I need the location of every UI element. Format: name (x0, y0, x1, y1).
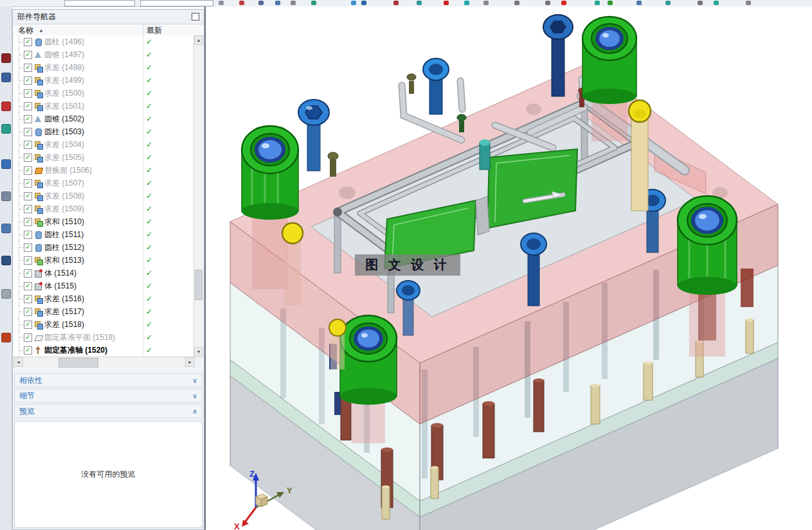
scroll-up-icon[interactable]: ▲ (194, 35, 203, 45)
toolbar-icon[interactable] (258, 1, 264, 5)
panel-title-bar[interactable]: 部件导航器 (13, 10, 204, 24)
resource-bar-icon[interactable] (1, 191, 11, 201)
tree-row[interactable]: ✓ 求差 (1499) ✓ (14, 74, 194, 87)
vertical-scrollbar[interactable]: ▲ ▼ (194, 35, 203, 357)
tree-row[interactable]: ✓ 圆锥 (1497) ✓ (14, 48, 194, 61)
feature-checkbox[interactable]: ✓ (24, 346, 32, 355)
sort-ascending-icon[interactable]: ▲ (39, 28, 44, 33)
resource-bar-icon[interactable] (1, 224, 11, 233)
tree-row[interactable]: ✓ 圆柱 (1511) ✓ (14, 228, 194, 241)
toolbar-icon[interactable] (311, 1, 316, 5)
chevron-down-icon[interactable]: ∨ (192, 376, 197, 385)
toolbar-icon[interactable] (393, 1, 399, 5)
tree-row[interactable]: ✓ 体 (1515) ✓ (14, 279, 194, 292)
toolbar-icon[interactable] (464, 1, 469, 5)
tree-row[interactable]: ✓ 求和 (1513) ✓ (14, 254, 194, 267)
tree-row[interactable]: ✓ 求和 (1510) ✓ (14, 215, 194, 228)
feature-checkbox[interactable]: ✓ (24, 282, 32, 290)
feature-checkbox[interactable]: ✓ (24, 333, 32, 342)
tree-row[interactable]: ✓ 替换面 (1506) ✓ (14, 164, 194, 177)
tree-row[interactable]: ✓ 求差 (1518) ✓ (14, 318, 194, 331)
tree-row[interactable]: ✓ 圆柱 (1503) ✓ (14, 125, 194, 138)
tree-row[interactable]: ✓ 求差 (1500) ✓ (14, 87, 194, 100)
horizontal-scrollbar[interactable]: ◄ ► (14, 357, 195, 367)
feature-checkbox[interactable]: ✓ (24, 192, 32, 200)
resource-bar-icon[interactable] (1, 256, 11, 265)
feature-checkbox[interactable]: ✓ (24, 64, 32, 72)
tree-row[interactable]: ✓ 求差 (1517) ✓ (14, 305, 194, 318)
feature-checkbox[interactable]: ✓ (24, 128, 32, 136)
tree-row[interactable]: ✓ 求差 (1507) ✓ (14, 177, 194, 190)
resource-bar-icon[interactable] (1, 102, 11, 111)
scroll-right-icon[interactable]: ► (185, 357, 195, 367)
tree-row[interactable]: ✓ 体 (1514) ✓ (14, 267, 194, 279)
column-status[interactable]: 最新 (147, 25, 162, 36)
feature-checkbox[interactable]: ✓ (24, 166, 32, 175)
feature-checkbox[interactable]: ✓ (24, 179, 32, 188)
section-preview[interactable]: 预览 ∧ (14, 404, 203, 418)
toolbar-icon[interactable] (561, 1, 566, 5)
scrollbar-thumb[interactable] (195, 270, 203, 300)
toolbar-icon[interactable] (219, 1, 224, 5)
feature-checkbox[interactable]: ✓ (24, 51, 32, 59)
scrollbar-thumb[interactable] (59, 358, 98, 367)
toolbar-icon[interactable] (608, 1, 613, 5)
tree-row[interactable]: ✓ 求差 (1504) ✓ (14, 138, 194, 151)
feature-checkbox[interactable]: ✓ (24, 115, 32, 123)
toolbar-icon[interactable] (665, 1, 671, 5)
toolbar-icon[interactable] (417, 1, 422, 5)
toolbar-dropdown[interactable] (140, 0, 213, 6)
tree-row[interactable]: ✓ 求差 (1498) ✓ (14, 61, 194, 74)
undock-icon[interactable] (192, 13, 199, 21)
feature-checkbox[interactable]: ✓ (24, 243, 32, 252)
toolbar-icon[interactable] (483, 1, 489, 5)
tree-row[interactable]: ✓ 固定基准平面 (1519) ✓ (14, 331, 194, 344)
tree-row[interactable]: ✓ 圆柱 (1512) ✓ (14, 241, 194, 254)
toolbar-dropdown[interactable] (64, 0, 135, 6)
graphics-viewport[interactable]: Z Y X 图 文 设 计 (204, 6, 812, 530)
feature-checkbox[interactable]: ✓ (24, 38, 32, 46)
toolbar-icon[interactable] (714, 1, 719, 5)
resource-bar-icon[interactable] (1, 333, 11, 342)
resource-bar-icon[interactable] (1, 289, 11, 299)
tree-row[interactable]: ✓ 圆锥 (1502) ✓ (14, 112, 194, 125)
feature-checkbox[interactable]: ✓ (24, 205, 32, 213)
tree-row[interactable]: ✓ 求差 (1505) ✓ (14, 151, 194, 164)
feature-checkbox[interactable]: ✓ (24, 218, 32, 226)
scroll-down-icon[interactable]: ▼ (194, 347, 203, 357)
tree-row[interactable]: ✓ 求差 (1508) ✓ (14, 190, 194, 202)
toolbar-icon[interactable] (361, 1, 366, 5)
chevron-down-icon[interactable]: ∨ (192, 392, 197, 400)
tree-row[interactable]: ✓ 圆柱 (1496) ✓ (14, 35, 194, 48)
toolbar-icon[interactable] (746, 1, 751, 5)
toolbar-icon[interactable] (239, 1, 244, 5)
column-name[interactable]: 名称 (13, 25, 33, 36)
resource-bar-icon[interactable] (1, 53, 11, 63)
feature-checkbox[interactable]: ✓ (24, 102, 32, 110)
resource-bar-icon[interactable] (1, 124, 11, 134)
toolbar-icon[interactable] (595, 1, 600, 5)
feature-checkbox[interactable]: ✓ (24, 76, 32, 85)
feature-checkbox[interactable]: ✓ (24, 231, 32, 239)
toolbar-icon[interactable] (545, 1, 550, 5)
tree-row[interactable]: ✓ 求差 (1501) ✓ (14, 100, 194, 112)
tree-row[interactable]: ✓ 求差 (1509) ✓ (14, 202, 194, 215)
feature-checkbox[interactable]: ✓ (24, 321, 32, 329)
scroll-left-icon[interactable]: ◄ (14, 357, 23, 367)
feature-checkbox[interactable]: ✓ (24, 89, 32, 98)
chevron-up-icon[interactable]: ∧ (192, 407, 197, 416)
tree-row[interactable]: ✓ 固定基准轴 (1520) ✓ (14, 344, 194, 357)
section-dependencies[interactable]: 相依性 ∨ (14, 373, 203, 387)
resource-bar-icon[interactable] (1, 73, 11, 82)
feature-checkbox[interactable]: ✓ (24, 256, 32, 265)
feature-checkbox[interactable]: ✓ (24, 269, 32, 278)
toolbar-icon[interactable] (275, 1, 280, 5)
section-details[interactable]: 细节 ∨ (14, 389, 203, 403)
3d-model-canvas[interactable]: Z Y X (206, 6, 812, 530)
toolbar-icon[interactable] (514, 1, 519, 5)
toolbar-icon[interactable] (636, 1, 642, 5)
tree-row[interactable]: ✓ 求差 (1516) ✓ (14, 292, 194, 305)
feature-checkbox[interactable]: ✓ (24, 308, 32, 316)
resource-bar-icon[interactable] (1, 159, 11, 169)
toolbar-icon[interactable] (444, 1, 449, 5)
